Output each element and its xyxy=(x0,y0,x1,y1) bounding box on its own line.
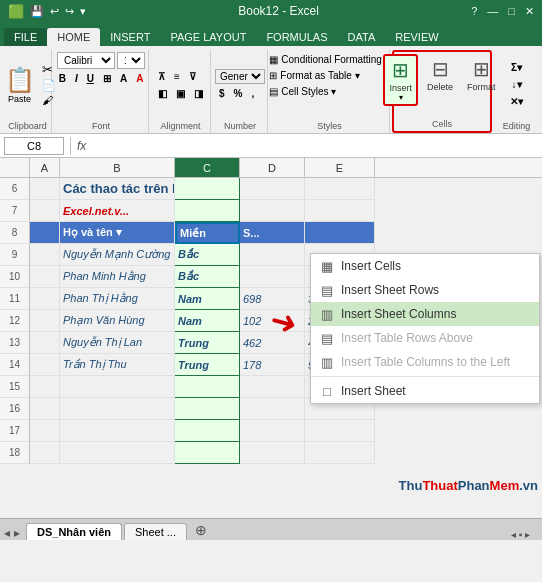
clear-button[interactable]: ✕▾ xyxy=(506,94,527,109)
cell-c9[interactable]: Bắc xyxy=(175,244,240,266)
cell-b12[interactable]: Phạm Văn Hùng xyxy=(60,310,175,332)
cell-d15[interactable] xyxy=(240,376,305,398)
font-size-select[interactable]: 11 xyxy=(117,52,145,69)
cell-a15[interactable] xyxy=(30,376,60,398)
cell-e17[interactable] xyxy=(305,420,375,442)
col-header-e[interactable]: E xyxy=(305,158,375,177)
quick-save-icon[interactable]: 💾 xyxy=(30,5,44,18)
cell-d6[interactable] xyxy=(240,178,305,200)
col-header-a[interactable]: A xyxy=(30,158,60,177)
autosum-button[interactable]: Σ▾ xyxy=(506,60,527,75)
cell-c10[interactable]: Bắc xyxy=(175,266,240,288)
tab-formulas[interactable]: FORMULAS xyxy=(256,28,337,46)
add-sheet-button[interactable]: ⊕ xyxy=(189,520,213,540)
undo-icon[interactable]: ↩ xyxy=(50,5,59,18)
cell-a8[interactable] xyxy=(30,222,60,244)
cell-b15[interactable] xyxy=(60,376,175,398)
border-button[interactable]: ⊞ xyxy=(99,71,115,86)
cell-a6[interactable] xyxy=(30,178,60,200)
cell-d12[interactable]: 102 xyxy=(240,310,305,332)
cell-c14[interactable]: Trung xyxy=(175,354,240,376)
tab-file[interactable]: FILE xyxy=(4,28,47,46)
cell-b13[interactable]: Nguyễn Thị Lan xyxy=(60,332,175,354)
tab-page-layout[interactable]: PAGE LAYOUT xyxy=(160,28,256,46)
cell-b6[interactable]: Các thao tác trên bảng 1 ... xyxy=(60,178,175,200)
cell-b8[interactable]: Họ và tên ▾ xyxy=(60,222,175,244)
cell-a16[interactable] xyxy=(30,398,60,420)
cell-e6[interactable] xyxy=(305,178,375,200)
number-format-dropdown[interactable]: General xyxy=(215,69,265,84)
font-name-select[interactable]: Calibri xyxy=(57,52,115,69)
cell-b17[interactable] xyxy=(60,420,175,442)
font-color-button[interactable]: A xyxy=(132,71,147,86)
cell-d14[interactable]: 178 xyxy=(240,354,305,376)
cell-e18[interactable] xyxy=(305,442,375,464)
cell-b14[interactable]: Trần Thị Thu xyxy=(60,354,175,376)
align-center-button[interactable]: ▣ xyxy=(172,86,189,101)
cell-b10[interactable]: Phan Minh Hằng xyxy=(60,266,175,288)
cell-styles-button[interactable]: ▤ Cell Styles ▾ xyxy=(264,84,394,99)
sheet-tab-sheet[interactable]: Sheet ... xyxy=(124,523,187,540)
cell-a13[interactable] xyxy=(30,332,60,354)
underline-button[interactable]: U xyxy=(83,71,98,86)
col-header-d[interactable]: D xyxy=(240,158,305,177)
cell-c11[interactable]: Nam xyxy=(175,288,240,310)
col-header-b[interactable]: B xyxy=(60,158,175,177)
sheet-tab-next-icon[interactable]: ▸ xyxy=(14,526,20,540)
conditional-formatting-button[interactable]: ▦ Conditional Formatting ▾ xyxy=(264,52,394,67)
insert-button[interactable]: ⊞ Insert ▾ xyxy=(383,54,418,106)
cell-a18[interactable] xyxy=(30,442,60,464)
cell-b11[interactable]: Phan Thị Hằng xyxy=(60,288,175,310)
cell-d10[interactable] xyxy=(240,266,305,288)
ctx-insert-rows[interactable]: ▤ Insert Sheet Rows xyxy=(311,278,539,302)
cell-d16[interactable] xyxy=(240,398,305,420)
cell-a17[interactable] xyxy=(30,420,60,442)
cell-b9[interactable]: Nguyễn Mạnh Cường xyxy=(60,244,175,266)
cell-a9[interactable] xyxy=(30,244,60,266)
align-top-button[interactable]: ⊼ xyxy=(154,69,169,84)
cell-e7[interactable] xyxy=(305,200,375,222)
minimize-icon[interactable]: — xyxy=(487,5,498,18)
tab-data[interactable]: DATA xyxy=(338,28,386,46)
cell-d9[interactable] xyxy=(240,244,305,266)
cell-c7[interactable] xyxy=(175,200,240,222)
fill-button[interactable]: ↓▾ xyxy=(506,77,527,92)
cell-a10[interactable] xyxy=(30,266,60,288)
paste-button[interactable]: 📋 Paste xyxy=(0,63,40,107)
tab-home[interactable]: HOME xyxy=(47,28,100,46)
cell-d18[interactable] xyxy=(240,442,305,464)
cell-a7[interactable] xyxy=(30,200,60,222)
cell-c17[interactable] xyxy=(175,420,240,442)
insert-dropdown-icon[interactable]: ▾ xyxy=(399,93,403,102)
align-middle-button[interactable]: ≡ xyxy=(170,69,184,84)
col-header-c[interactable]: C xyxy=(175,158,240,177)
cell-d8[interactable]: S... xyxy=(240,222,305,244)
cell-c12[interactable]: Nam xyxy=(175,310,240,332)
cell-a14[interactable] xyxy=(30,354,60,376)
formula-input[interactable] xyxy=(90,140,538,152)
cell-d11[interactable]: 698 xyxy=(240,288,305,310)
cell-b7[interactable]: Excel.net.v... xyxy=(60,200,175,222)
cell-c16[interactable] xyxy=(175,398,240,420)
cell-b16[interactable] xyxy=(60,398,175,420)
ctx-insert-columns[interactable]: ▥ Insert Sheet Columns xyxy=(311,302,539,326)
cell-reference-input[interactable] xyxy=(4,137,64,155)
italic-button[interactable]: I xyxy=(71,71,82,86)
cell-c15[interactable] xyxy=(175,376,240,398)
tab-review[interactable]: REVIEW xyxy=(385,28,448,46)
cell-b18[interactable] xyxy=(60,442,175,464)
maximize-icon[interactable]: □ xyxy=(508,5,515,18)
align-left-button[interactable]: ◧ xyxy=(154,86,171,101)
cell-e8[interactable] xyxy=(305,222,375,244)
cell-c13[interactable]: Trung xyxy=(175,332,240,354)
delete-button[interactable]: ⊟ Delete xyxy=(422,54,458,95)
align-bottom-button[interactable]: ⊽ xyxy=(185,69,200,84)
sheet-tab-ds-nhan-vien[interactable]: DS_Nhân viên xyxy=(26,523,122,540)
comma-button[interactable]: , xyxy=(247,86,258,101)
sheet-tab-prev-icon[interactable]: ◂ xyxy=(4,526,10,540)
help-icon[interactable]: ? xyxy=(471,5,477,18)
cell-c6[interactable] xyxy=(175,178,240,200)
cell-a12[interactable] xyxy=(30,310,60,332)
cell-d7[interactable] xyxy=(240,200,305,222)
ctx-insert-sheet[interactable]: □ Insert Sheet xyxy=(311,379,539,403)
